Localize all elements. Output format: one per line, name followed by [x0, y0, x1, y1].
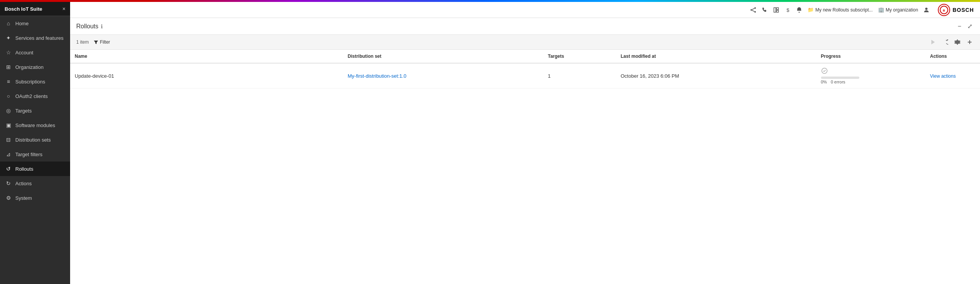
svg-point-9: [925, 8, 928, 10]
row-last-modified: October 16, 2023 6:06 PM: [616, 63, 816, 88]
sidebar-item-label: Actions: [15, 181, 32, 186]
expand-button[interactable]: ⤢: [966, 22, 974, 31]
panel-title-row: Rollouts ℹ: [76, 23, 103, 30]
sidebar-item-label: Targets: [15, 108, 32, 114]
sidebar-item-account[interactable]: ☆ Account: [0, 45, 70, 60]
table-container: Name Distribution set Targets Last modif…: [70, 50, 980, 284]
sidebar-item-system[interactable]: ⚙ System: [0, 191, 70, 205]
check-icon: [821, 67, 921, 76]
organization-label: My organization: [886, 7, 918, 13]
sidebar-item-label: Software modules: [15, 122, 55, 128]
sidebar-item-rollouts[interactable]: ↺ Rollouts: [0, 162, 70, 176]
sidebar-item-label: Organization: [15, 64, 44, 70]
distribution-icon: ⊟: [5, 137, 11, 143]
dollar-icon[interactable]: $: [785, 7, 791, 13]
svg-text:$: $: [787, 7, 790, 13]
refresh-button[interactable]: [941, 38, 949, 46]
subscriptions-icon: ≡: [5, 78, 11, 85]
table-body: Update-device-01 My-first-distribution-s…: [70, 63, 980, 88]
sidebar-item-label: OAuth2 clients: [15, 93, 48, 99]
view-actions-link[interactable]: View actions: [930, 73, 956, 79]
table-row: Update-device-01 My-first-distribution-s…: [70, 63, 980, 88]
app-title: Bosch IoT Suite: [5, 6, 42, 12]
svg-rect-6: [777, 8, 778, 10]
main-content: $ 📁 My new Rollouts subscript... 🏢 My or…: [70, 2, 980, 284]
sidebar-item-targets[interactable]: ◎ Targets: [0, 103, 70, 118]
targets-icon: ◎: [5, 108, 11, 114]
actions-icon: ↻: [5, 180, 11, 186]
col-header-modified: Last modified at: [616, 50, 816, 63]
sidebar-item-subscriptions[interactable]: ≡ Subscriptions: [0, 74, 70, 89]
services-icon: ✦: [5, 35, 11, 41]
panel-title: Rollouts: [76, 23, 98, 30]
sidebar-item-distribution[interactable]: ⊟ Distribution sets: [0, 132, 70, 147]
panel-info-icon[interactable]: ℹ: [101, 23, 103, 29]
sidebar-item-label: Target filters: [15, 152, 43, 157]
add-icon: [967, 39, 973, 45]
system-icon: ⚙: [5, 195, 11, 201]
layout-icon[interactable]: [773, 7, 779, 13]
progress-stats: 0% 0 errors: [821, 80, 921, 84]
sidebar-item-software[interactable]: ▣ Software modules: [0, 118, 70, 132]
table-header: Name Distribution set Targets Last modif…: [70, 50, 980, 63]
sidebar-item-home[interactable]: ⌂ Home: [0, 16, 70, 31]
settings-button[interactable]: [953, 38, 962, 46]
panel-controls: − ⤢: [956, 22, 974, 31]
subscription-icon: 📁: [808, 7, 814, 13]
phone-icon[interactable]: [762, 7, 768, 13]
share-icon[interactable]: [750, 7, 756, 13]
sidebar-close-button[interactable]: ×: [62, 6, 66, 12]
organization-icon: ⊞: [5, 64, 11, 70]
sidebar-header: Bosch IoT Suite ×: [0, 2, 70, 16]
progress-bar-container: 0% 0 errors: [821, 67, 921, 84]
svg-rect-5: [774, 8, 776, 12]
col-header-targets: Targets: [543, 50, 616, 63]
subscription-selector[interactable]: 📁 My new Rollouts subscript...: [808, 7, 872, 13]
col-header-name: Name: [70, 50, 343, 63]
software-icon: ▣: [5, 122, 11, 128]
subscription-label: My new Rollouts subscript...: [815, 7, 872, 13]
sidebar-item-target-filters[interactable]: ⊿ Target filters: [0, 147, 70, 162]
rollouts-icon: ↺: [5, 166, 11, 172]
sidebar-item-label: Subscriptions: [15, 79, 45, 85]
row-targets: 1: [543, 63, 616, 88]
rollouts-table: Name Distribution set Targets Last modif…: [70, 50, 980, 88]
filter-left: 1 item Filter: [76, 39, 110, 45]
sidebar-item-label: System: [15, 195, 32, 201]
progress-errors: 0 errors: [831, 80, 845, 84]
svg-line-3: [752, 8, 754, 10]
account-icon: ☆: [5, 49, 11, 55]
row-actions: View actions: [926, 63, 980, 88]
panel-header: Rollouts ℹ − ⤢: [70, 18, 980, 35]
distribution-set-link[interactable]: My-first-distribution-set:1.0: [348, 73, 406, 79]
svg-point-2: [754, 11, 756, 13]
row-name: Update-device-01: [70, 63, 343, 88]
add-button[interactable]: [965, 38, 974, 46]
settings-icon: [954, 39, 960, 45]
sidebar-item-oauth2[interactable]: ○ OAuth2 clients: [0, 89, 70, 103]
bosch-brand-text: BOSCH: [952, 7, 974, 13]
progress-percent: 0%: [821, 80, 827, 84]
org-icon: 🏢: [878, 7, 884, 13]
filter-right: [929, 38, 974, 46]
svg-rect-7: [777, 10, 778, 12]
organization-selector[interactable]: 🏢 My organization: [878, 7, 918, 13]
sidebar-item-label: Rollouts: [15, 166, 33, 172]
play-button[interactable]: [929, 38, 937, 46]
filter-icon: [93, 40, 98, 45]
item-count: 1 item: [76, 39, 89, 45]
bell-icon[interactable]: [796, 7, 802, 13]
sidebar-item-organization[interactable]: ⊞ Organization: [0, 60, 70, 74]
user-icon[interactable]: [923, 7, 929, 13]
svg-text:B: B: [943, 9, 946, 12]
sidebar-item-label: Services and features: [15, 35, 64, 41]
sidebar: Bosch IoT Suite × ⌂ Home ✦ Services and …: [0, 2, 70, 284]
sidebar-item-actions[interactable]: ↻ Actions: [0, 176, 70, 191]
minimize-button[interactable]: −: [956, 22, 963, 31]
svg-point-0: [754, 7, 756, 9]
filter-button[interactable]: Filter: [93, 39, 110, 45]
refresh-icon: [942, 39, 948, 45]
sidebar-item-services[interactable]: ✦ Services and features: [0, 31, 70, 45]
row-progress: 0% 0 errors: [816, 63, 926, 88]
top-nav: $ 📁 My new Rollouts subscript... 🏢 My or…: [70, 2, 980, 18]
